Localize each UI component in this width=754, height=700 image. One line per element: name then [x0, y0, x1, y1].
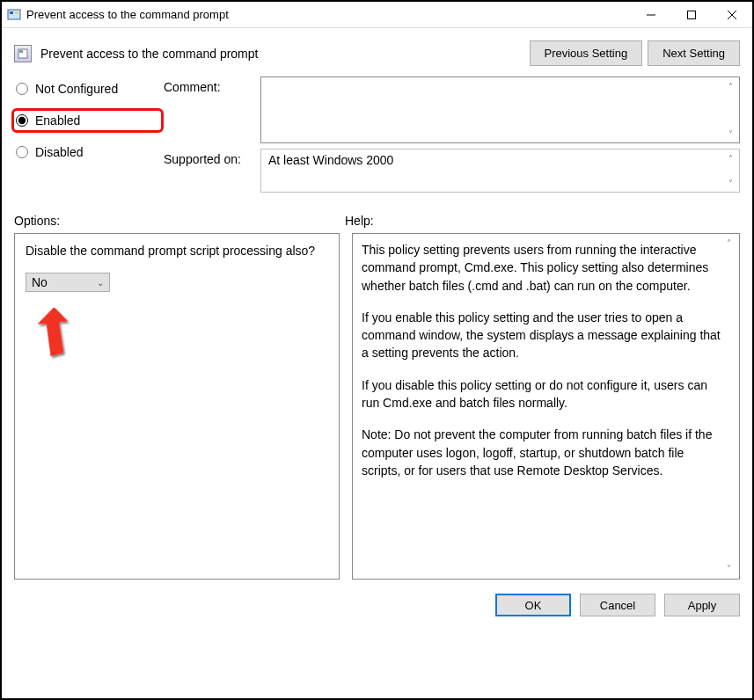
radio-enabled[interactable]: Enabled [11, 108, 164, 133]
annotation-arrow-icon [36, 308, 80, 362]
radio-enabled-input[interactable] [16, 114, 28, 127]
svg-marker-9 [36, 308, 70, 358]
window-title: Prevent access to the command prompt [26, 8, 229, 21]
options-section-label: Options: [14, 214, 345, 228]
supported-on-label: Supported on: [164, 149, 260, 193]
policy-title: Prevent access to the command prompt [40, 47, 258, 61]
help-panel: This policy setting prevents users from … [352, 233, 740, 580]
help-text-p2: If you enable this policy setting and th… [362, 309, 721, 362]
minimize-button[interactable] [631, 2, 671, 28]
next-setting-button[interactable]: Next Setting [648, 40, 740, 66]
script-processing-dropdown[interactable]: No ⌄ [26, 273, 110, 292]
policy-header: Prevent access to the command prompt Pre… [2, 28, 752, 71]
policy-icon [14, 45, 32, 62]
help-section-label: Help: [345, 214, 374, 228]
app-icon [7, 8, 21, 22]
scroll-down-icon[interactable]: ˅ [723, 127, 737, 141]
title-bar: Prevent access to the command prompt [2, 2, 752, 28]
ok-button[interactable]: OK [495, 594, 571, 616]
comment-field[interactable]: ˄ ˅ [260, 77, 740, 143]
svg-rect-2 [15, 11, 18, 14]
svg-rect-1 [10, 11, 13, 14]
svg-rect-4 [688, 11, 696, 18]
radio-disabled-label: Disabled [35, 145, 83, 159]
svg-rect-0 [8, 10, 20, 19]
options-panel: Disable the command prompt script proces… [14, 233, 340, 580]
help-text-p3: If you disable this policy setting or do… [362, 376, 721, 412]
dropdown-value: No [32, 275, 48, 289]
scroll-up-icon[interactable]: ˄ [723, 151, 737, 165]
scroll-up-icon[interactable]: ˄ [727, 237, 736, 251]
radio-disabled[interactable]: Disabled [14, 145, 164, 159]
radio-disabled-input[interactable] [16, 146, 28, 158]
previous-setting-button[interactable]: Previous Setting [530, 40, 643, 66]
scroll-down-icon[interactable]: ˅ [727, 563, 736, 576]
svg-rect-8 [19, 50, 23, 53]
chevron-down-icon: ⌄ [97, 277, 104, 287]
scroll-up-icon[interactable]: ˄ [723, 79, 737, 93]
cancel-button[interactable]: Cancel [580, 594, 655, 616]
radio-not-configured-input[interactable] [16, 83, 28, 95]
scroll-down-icon[interactable]: ˅ [723, 176, 737, 190]
radio-enabled-label: Enabled [35, 113, 80, 128]
comment-label: Comment: [164, 77, 260, 143]
help-text-p1: This policy setting prevents users from … [362, 241, 721, 295]
radio-not-configured[interactable]: Not Configured [14, 82, 164, 96]
options-question: Disable the command prompt script proces… [26, 243, 328, 260]
supported-on-field: At least Windows 2000 ˄ ˅ [260, 149, 740, 193]
supported-on-value: At least Windows 2000 [268, 153, 393, 167]
apply-button[interactable]: Apply [664, 594, 740, 616]
dialog-button-row: OK Cancel Apply [2, 580, 752, 616]
help-text-p4: Note: Do not prevent the computer from r… [362, 426, 721, 479]
close-button[interactable] [712, 2, 752, 28]
maximize-button[interactable] [671, 2, 712, 28]
radio-not-configured-label: Not Configured [35, 82, 118, 96]
